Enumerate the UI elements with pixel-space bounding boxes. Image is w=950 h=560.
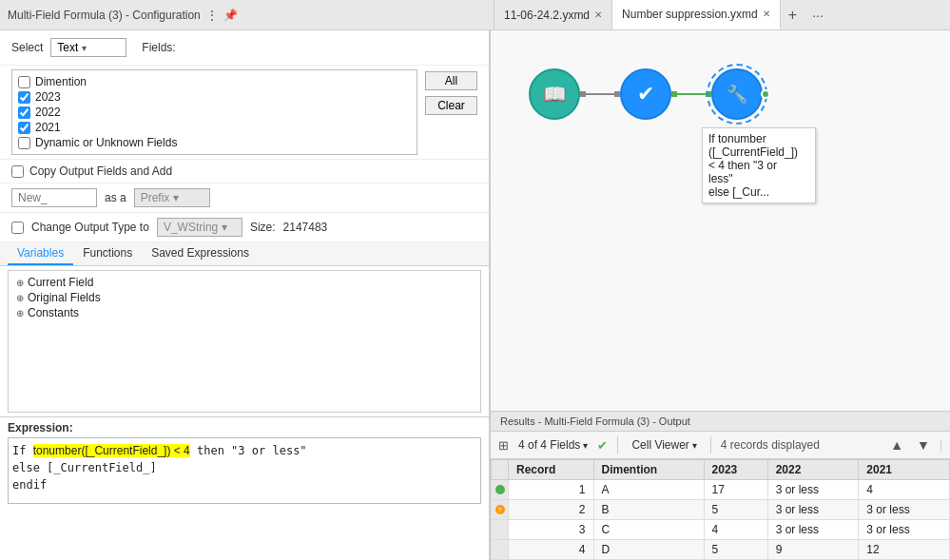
expression-highlight: tonumber([_CurrentField_]) < 4 (33, 444, 190, 457)
check-icon: ✔ (637, 82, 654, 106)
grid-icon: ⊞ (498, 438, 509, 453)
tab-close-2[interactable]: ✕ (763, 9, 770, 19)
table-row: ? 2 B 5 3 or less 3 or less (492, 500, 950, 520)
col-header-record: Record (509, 460, 594, 480)
field-label-2021: 2021 (35, 121, 61, 134)
tab-saved-expressions[interactable]: Saved Expressions (142, 242, 259, 265)
tab-close-1[interactable]: ✕ (594, 10, 602, 20)
node-book[interactable]: 📖 (529, 68, 580, 120)
formula-icon: 🔧 (727, 84, 747, 105)
tree-item-constants[interactable]: ⊕ Constants (16, 305, 473, 320)
cell-2023-1: 17 (704, 480, 767, 500)
tab-label-2: Number suppression.yxmd (622, 8, 758, 21)
cell-2023-2: 5 (704, 500, 767, 520)
row-indicator-question: ? (495, 505, 505, 514)
field-checkbox-dimention[interactable] (18, 76, 30, 88)
node-tooltip: If tonumber ([_CurrentField_]) < 4 then … (702, 127, 816, 203)
cell-dim-4: D (593, 540, 704, 560)
vw-dropdown[interactable]: V_WString ▾ (157, 218, 242, 237)
expand-icon-constants: ⊕ (16, 308, 24, 319)
results-header: Results - Multi-Field Formula (3) - Outp… (491, 412, 950, 432)
select-dropdown[interactable]: Text ▾ (50, 38, 126, 57)
records-displayed-label: 4 records displayed (721, 438, 820, 452)
output-dot (761, 89, 770, 99)
copy-output-checkbox[interactable] (11, 165, 24, 178)
tab-add-button[interactable]: + (781, 7, 805, 24)
cell-2022-3: 3 or less (767, 520, 859, 540)
row-indicator-empty (492, 520, 509, 540)
variables-tabs-bar: Variables Functions Saved Expressions (0, 242, 489, 266)
arrow-up-button[interactable]: ▲ (886, 435, 907, 454)
cell-2023-3: 4 (704, 520, 767, 540)
cell-record-2: 2 (509, 500, 594, 520)
field-item-2022: 2022 (16, 105, 413, 120)
main-layout: Select Text ▾ Fields: Dimention 2023 (0, 30, 950, 560)
tab-functions[interactable]: Functions (73, 242, 142, 265)
tree-item-original-fields[interactable]: ⊕ Original Fields (16, 290, 473, 305)
tree-item-current-field[interactable]: ⊕ Current Field (16, 275, 473, 290)
more-icon[interactable]: ⋮ (206, 9, 218, 22)
field-checkbox-2023[interactable] (18, 91, 30, 104)
as-a-label: as a (105, 191, 126, 204)
cell-dim-1: A (593, 480, 704, 500)
expression-box[interactable]: If tonumber([_CurrentField_]) < 4 then "… (8, 437, 481, 504)
book-icon: 📖 (543, 83, 567, 106)
change-output-label: Change Output Type to (31, 221, 149, 234)
panel-title-bar: Multi-Field Formula (3) - Configuration … (0, 0, 494, 29)
cell-2023-4: 5 (704, 540, 767, 560)
prefix-value: Prefix (141, 191, 170, 204)
results-table-wrapper: Record Dimention 2023 2022 2021 1 A 17 (491, 459, 950, 560)
clear-button[interactable]: Clear (425, 96, 477, 115)
pin-icon[interactable]: 📌 (223, 9, 238, 22)
all-button[interactable]: All (425, 71, 477, 90)
col-header-2023: 2023 (704, 460, 767, 480)
field-item-dynamic: Dynamic or Unknown Fields (16, 135, 413, 150)
table-row: 1 A 17 3 or less 4 (492, 480, 950, 500)
expand-icon-current: ⊕ (16, 278, 24, 288)
cell-viewer-label: Cell Viewer (631, 438, 688, 452)
tab-yxmd1[interactable]: 11-06-24.2.yxmd ✕ (494, 0, 612, 29)
cell-viewer-button[interactable]: Cell Viewer ▾ (628, 436, 700, 454)
copy-output-label: Copy Output Fields and Add (29, 164, 172, 178)
cell-2021-3: 3 or less (859, 520, 950, 540)
new-row: as a Prefix ▾ (0, 183, 489, 213)
field-checkbox-2021[interactable] (18, 122, 30, 134)
expand-icon-original: ⊕ (16, 293, 24, 303)
change-output-checkbox[interactable] (11, 222, 24, 234)
row-indicator-green (495, 485, 505, 494)
toolbar-pipe: | (940, 438, 942, 452)
cell-2021-4: 12 (859, 540, 950, 560)
cell-dim-2: B (593, 500, 704, 520)
tab-variables-label: Variables (17, 246, 64, 260)
arrow-down-button[interactable]: ▼ (913, 435, 934, 454)
cell-record-4: 4 (509, 540, 594, 560)
prefix-dropdown[interactable]: Prefix ▾ (134, 188, 210, 207)
new-input-field[interactable] (11, 188, 97, 207)
table-row: 3 C 4 3 or less 3 or less (492, 520, 950, 540)
tab-more-button[interactable]: ··· (805, 8, 831, 23)
field-item-2023: 2023 (16, 89, 413, 105)
fields-chevron-icon: ▾ (583, 440, 588, 451)
left-panel: Select Text ▾ Fields: Dimention 2023 (0, 30, 491, 560)
cell-2022-2: 3 or less (767, 500, 859, 520)
tooltip-line-4: less" (708, 172, 809, 185)
right-panel: 📖 ✔ (491, 30, 950, 560)
vw-value: V_WString (164, 221, 218, 234)
flow-line-2 (677, 93, 706, 95)
expression-section: Expression: If tonumber([_CurrentField_]… (0, 416, 489, 508)
field-item-2021: 2021 (16, 120, 413, 135)
tooltip-line-3: < 4 then "3 or (708, 159, 809, 172)
vw-chevron-icon: ▾ (222, 221, 227, 234)
node-check[interactable]: ✔ (620, 68, 671, 120)
tab-yxmd2[interactable]: Number suppression.yxmd ✕ (612, 0, 781, 29)
field-item-dimention: Dimention (16, 74, 413, 89)
fields-summary-button[interactable]: 4 of 4 Fields ▾ (514, 436, 591, 454)
tab-variables[interactable]: Variables (8, 242, 73, 265)
chevron-down-icon: ▾ (82, 43, 87, 53)
canvas-area[interactable]: 📖 ✔ (491, 30, 950, 411)
field-checkbox-dynamic[interactable] (18, 137, 30, 149)
node-formula[interactable]: 🔧 (711, 68, 763, 120)
cell-2022-1: 3 or less (767, 480, 859, 500)
field-checkbox-2022[interactable] (18, 106, 30, 119)
tab-saved-expressions-label: Saved Expressions (151, 246, 249, 260)
